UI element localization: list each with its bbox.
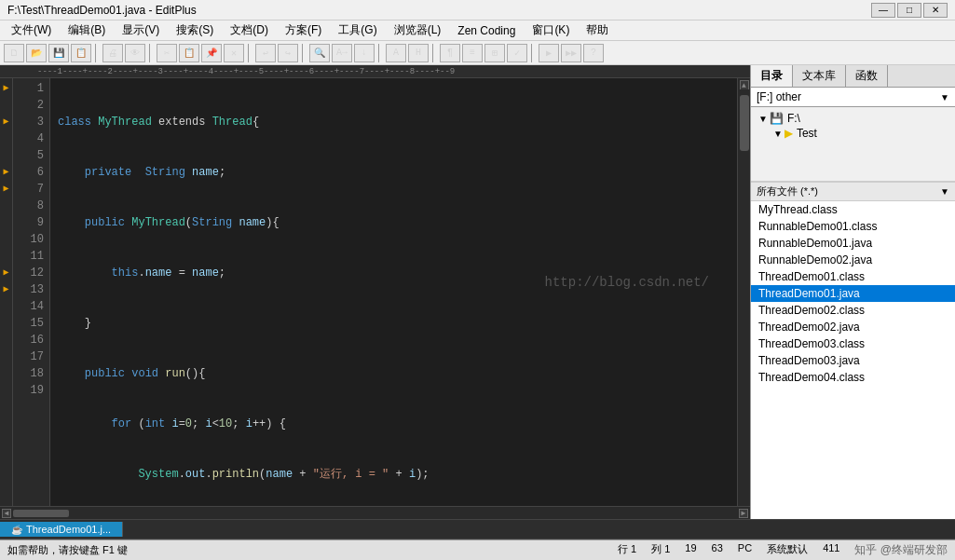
- file-item[interactable]: ThreadDemo01.class: [751, 268, 955, 285]
- panel-tabs: 目录 文本库 函数: [751, 65, 955, 88]
- separator-7: [531, 44, 535, 62]
- title-bar: F:\Test\ThreadDemo01.java - EditPlus — □…: [0, 0, 955, 20]
- find-button[interactable]: 🔍: [309, 44, 330, 62]
- menu-project[interactable]: 方案(F): [278, 20, 329, 40]
- status-watermark: 知乎 @终端研发部: [854, 542, 948, 558]
- file-list-section: 所有文件 (*.*) ▼ MyThread.classRunnableDemo0…: [751, 182, 955, 519]
- separator-2: [149, 44, 153, 62]
- line-numbers: 12345 678910 1112131415 16171819: [13, 78, 50, 506]
- drive-icon: 💾: [770, 112, 784, 125]
- separator-5: [378, 44, 382, 62]
- close-button[interactable]: ✕: [923, 3, 948, 18]
- file-list[interactable]: MyThread.classRunnableDemo01.classRunnab…: [751, 201, 955, 519]
- editor-scrollbar[interactable]: ▲: [737, 78, 750, 506]
- file-item[interactable]: ThreadDemo02.class: [751, 302, 955, 319]
- chars-indicator: 19: [685, 542, 696, 558]
- print-button[interactable]: 🖨: [102, 44, 123, 62]
- menu-file[interactable]: 文件(W): [4, 20, 59, 40]
- file-item[interactable]: ThreadDemo04.class: [751, 369, 955, 386]
- help-text: 如需帮助，请按键盘 F1 键: [7, 543, 128, 557]
- status-bar: 如需帮助，请按键盘 F1 键 行 1 列 1 19 63 PC 系统默认 411…: [0, 540, 955, 560]
- code-editor[interactable]: class MyThread extends Thread{ private S…: [50, 78, 737, 506]
- horizontal-scrollbar[interactable]: ◀ ▶: [0, 506, 750, 519]
- tab-textlib[interactable]: 文本库: [793, 65, 846, 87]
- menu-doc[interactable]: 文档(D): [223, 20, 276, 40]
- copy-button[interactable]: 📋: [179, 44, 199, 62]
- spell-button[interactable]: H: [408, 44, 429, 62]
- dropdown-icon[interactable]: ▼: [940, 186, 949, 197]
- run2-button[interactable]: ▶▶: [561, 44, 581, 62]
- scrollbar-thumb[interactable]: [740, 95, 749, 151]
- open-button[interactable]: 📂: [26, 44, 47, 62]
- file-item[interactable]: ThreadDemo03.java: [751, 352, 955, 369]
- menu-zen[interactable]: Zen Coding: [450, 22, 523, 39]
- tab-threaddemo01[interactable]: ☕ ThreadDemo01.j...: [0, 522, 123, 537]
- col-indicator: 列 1: [651, 542, 670, 558]
- save-button[interactable]: 💾: [48, 44, 69, 62]
- goto-button[interactable]: ↓: [354, 44, 375, 62]
- font-button[interactable]: A: [386, 44, 406, 62]
- ruler: ----1----+----2----+----3----+----4----+…: [0, 65, 750, 78]
- fold-column: ▶ ▶ ▶ ▶ ▶ ▶: [0, 78, 13, 506]
- save-all-button[interactable]: 📋: [71, 44, 91, 62]
- toolbar: 🗋 📂 💾 📋 🖨 👁 ✂ 📋 📌 ✕ ↩ ↪ 🔍 A→ ↓ A H ¶ ≡ ⊞…: [0, 41, 955, 65]
- menu-window[interactable]: 窗口(K): [525, 20, 577, 40]
- size-indicator: 411: [823, 542, 839, 558]
- replace-button[interactable]: A→: [332, 44, 352, 62]
- separator-3: [248, 44, 252, 62]
- check-button[interactable]: ✓: [507, 44, 527, 62]
- file-icon: ☕: [11, 525, 22, 535]
- tree-expand-icon-2: ▼: [773, 129, 783, 139]
- wrap-button[interactable]: ¶: [440, 44, 460, 62]
- tab-label: ThreadDemo01.j...: [26, 524, 111, 535]
- separator-4: [302, 44, 306, 62]
- dropdown-arrow-icon[interactable]: ▼: [940, 92, 949, 102]
- menu-tools[interactable]: 工具(G): [331, 20, 384, 40]
- paste-button[interactable]: 📌: [201, 44, 222, 62]
- watermark: http://blog.csdn.net/: [545, 274, 709, 291]
- status-right: 行 1 列 1 19 63 PC 系统默认 411 知乎 @终端研发部: [618, 542, 948, 558]
- dropdown-value: [F:] other: [757, 90, 940, 103]
- status-left: 如需帮助，请按键盘 F1 键: [7, 543, 128, 557]
- tree-expand-icon: ▼: [758, 114, 768, 124]
- folder-icon: ▶: [784, 127, 793, 140]
- format-button[interactable]: ≡: [462, 44, 483, 62]
- help2-button[interactable]: ?: [583, 44, 604, 62]
- file-item[interactable]: ThreadDemo01.java: [751, 285, 955, 302]
- menu-view[interactable]: 显示(V): [115, 20, 167, 40]
- file-tree: ▼ 💾 F:\ ▼ ▶ Test: [751, 107, 955, 182]
- editor-area[interactable]: ----1----+----2----+----3----+----4----+…: [0, 65, 750, 519]
- indent-button[interactable]: ⊞: [484, 44, 505, 62]
- separator-1: [95, 44, 99, 62]
- file-item[interactable]: ThreadDemo02.java: [751, 319, 955, 335]
- file-item[interactable]: RunnableDemo02.java: [751, 252, 955, 268]
- menu-bar: 文件(W) 编辑(B) 显示(V) 搜索(S) 文档(D) 方案(F) 工具(G…: [0, 20, 955, 41]
- menu-browser[interactable]: 浏览器(L): [387, 20, 449, 40]
- tab-directory[interactable]: 目录: [751, 65, 793, 87]
- tab-functions[interactable]: 函数: [846, 65, 888, 87]
- tree-item-folder[interactable]: ▼ ▶ Test: [755, 126, 951, 141]
- undo-button[interactable]: ↩: [255, 44, 276, 62]
- delete-button[interactable]: ✕: [224, 44, 244, 62]
- tab-bar: ☕ ThreadDemo01.j...: [0, 519, 955, 540]
- new-button[interactable]: 🗋: [4, 44, 24, 62]
- title-bar-title: F:\Test\ThreadDemo01.java - EditPlus: [7, 4, 197, 17]
- redo-button[interactable]: ↪: [278, 44, 298, 62]
- menu-search[interactable]: 搜索(S): [169, 20, 221, 40]
- print-preview-button[interactable]: 👁: [125, 44, 145, 62]
- menu-edit[interactable]: 编辑(B): [61, 20, 113, 40]
- file-item[interactable]: ThreadDemo03.class: [751, 335, 955, 352]
- file-item[interactable]: MyThread.class: [751, 201, 955, 218]
- tree-item-label: F:\: [787, 112, 800, 125]
- file-item[interactable]: RunnableDemo01.java: [751, 235, 955, 252]
- code-container[interactable]: ▶ ▶ ▶ ▶ ▶ ▶ 1: [0, 78, 750, 506]
- encoding-indicator: PC: [738, 542, 752, 558]
- maximize-button[interactable]: □: [897, 3, 921, 18]
- menu-help[interactable]: 帮助: [579, 20, 616, 40]
- cut-button[interactable]: ✂: [157, 44, 177, 62]
- panel-dropdown[interactable]: [F:] other ▼: [751, 88, 955, 107]
- tree-item-drive[interactable]: ▼ 💾 F:\: [755, 111, 951, 126]
- run-button[interactable]: ▶: [539, 44, 559, 62]
- minimize-button[interactable]: —: [871, 3, 895, 18]
- file-item[interactable]: RunnableDemo01.class: [751, 218, 955, 235]
